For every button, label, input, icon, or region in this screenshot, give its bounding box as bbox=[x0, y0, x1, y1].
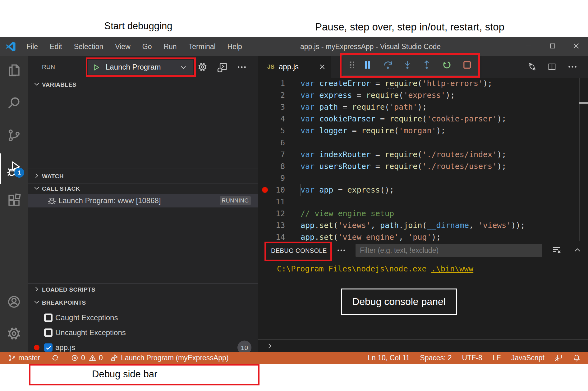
collapse-panel-icon[interactable] bbox=[573, 246, 582, 256]
debug-sidebar: RUN Launch Program VARIABLES WATCH CALL … bbox=[28, 56, 258, 352]
activity-extensions[interactable] bbox=[0, 192, 28, 211]
split-editor-icon[interactable] bbox=[548, 62, 556, 72]
status-sync[interactable] bbox=[52, 352, 59, 364]
maximize-button[interactable] bbox=[541, 37, 564, 56]
debug-count-badge: 1 bbox=[14, 168, 24, 178]
section-loaded-scripts[interactable]: LOADED SCRIPTS bbox=[28, 283, 258, 296]
code-token: __dirname bbox=[427, 221, 469, 230]
status-branch[interactable]: master bbox=[8, 352, 40, 364]
panel-more-actions-icon[interactable] bbox=[337, 246, 345, 256]
section-call-stack[interactable]: CALL STACK bbox=[28, 184, 258, 194]
code-token: ); bbox=[436, 126, 446, 135]
code-editor[interactable]: 1var createError = require('http-errors'… bbox=[258, 78, 588, 241]
code-line-5[interactable]: 5var logger = require('morgan'); bbox=[258, 125, 588, 137]
code-line-13[interactable]: 13app.set('views', path.join(__dirname, … bbox=[258, 220, 588, 231]
code-line-1[interactable]: 1var createError = require('http-errors'… bbox=[258, 78, 588, 89]
status-errors[interactable]: 0 bbox=[71, 352, 85, 364]
activity-account[interactable] bbox=[0, 293, 28, 312]
code-line-7[interactable]: 7var indexRouter = require('./routes/ind… bbox=[258, 149, 588, 161]
checkbox-unchecked[interactable] bbox=[44, 314, 53, 322]
console-text: C:\Program Files\nodejs\node.exe bbox=[277, 264, 431, 273]
code-token: app bbox=[301, 221, 315, 230]
annotation-rect-debug-console bbox=[264, 242, 332, 261]
code-line-9[interactable]: 9 bbox=[258, 172, 588, 184]
console-prompt-icon[interactable] bbox=[266, 342, 274, 351]
code-line-14[interactable]: 14app.set('view engine', 'pug'); bbox=[258, 231, 588, 241]
code-token: logger bbox=[319, 126, 347, 135]
breakpoint-row-uncaught-exceptions[interactable]: Uncaught Exceptions bbox=[28, 325, 258, 340]
section-label: CALL STACK bbox=[42, 185, 80, 192]
status-language[interactable]: JavaScript bbox=[511, 354, 544, 362]
status-warnings[interactable]: 0 bbox=[89, 352, 103, 364]
code-token: app bbox=[301, 233, 315, 241]
breakpoint-row-caught-exceptions[interactable]: Caught Exceptions bbox=[28, 311, 258, 325]
menu-selection[interactable]: Selection bbox=[68, 37, 109, 56]
section-variables[interactable]: VARIABLES bbox=[28, 78, 258, 91]
editor-more-actions-icon[interactable] bbox=[568, 62, 577, 72]
activity-source-control[interactable] bbox=[0, 127, 28, 145]
status-notifications[interactable] bbox=[573, 354, 581, 362]
status-cursor-position[interactable]: Ln 10, Col 11 bbox=[368, 354, 410, 362]
activity-run-and-debug[interactable] bbox=[0, 159, 28, 178]
breakpoint-dot[interactable] bbox=[262, 187, 268, 193]
checkbox-checked[interactable] bbox=[44, 343, 53, 352]
tab-close-icon[interactable] bbox=[319, 63, 326, 72]
activity-search[interactable] bbox=[0, 94, 28, 113]
run-panel-title: RUN bbox=[42, 56, 55, 78]
console-filter-input[interactable]: Filter (e.g. text, !exclude) bbox=[356, 244, 542, 257]
console-output-line: C:\Program Files\nodejs\node.exe .\bin\w… bbox=[277, 263, 473, 275]
status-bar-right: Ln 10, Col 11Spaces: 2UTF-8LFJavaScript bbox=[368, 352, 581, 364]
line-number: 13 bbox=[258, 220, 285, 231]
hint-dots: ··· bbox=[387, 87, 396, 90]
status-eol[interactable]: LF bbox=[493, 354, 501, 362]
code-line-4[interactable]: 4var cookieParser = require('cookie-pars… bbox=[258, 113, 588, 125]
line-number: 5 bbox=[258, 125, 285, 137]
clear-console-icon[interactable] bbox=[552, 245, 561, 256]
console-link[interactable]: .\bin\www bbox=[431, 264, 473, 273]
code-token: ); bbox=[417, 102, 427, 111]
code-line-12[interactable]: 12// view engine setup bbox=[258, 208, 588, 220]
menu-terminal[interactable]: Terminal bbox=[183, 37, 222, 56]
menu-run[interactable]: Run bbox=[158, 37, 182, 56]
code-line-6[interactable]: 6 bbox=[258, 137, 588, 149]
status-encoding[interactable]: UTF-8 bbox=[462, 354, 482, 362]
menu-view[interactable]: View bbox=[109, 37, 136, 56]
status-debug-session[interactable]: Launch Program (myExpressApp) bbox=[111, 352, 228, 364]
status-indentation[interactable]: Spaces: 2 bbox=[420, 354, 452, 362]
code-token: var bbox=[301, 162, 319, 171]
activity-settings[interactable] bbox=[0, 325, 28, 343]
code-line-11[interactable]: 11 bbox=[258, 196, 588, 208]
running-status-badge: RUNNING bbox=[220, 196, 251, 205]
git-branch-icon bbox=[8, 354, 16, 362]
open-changes-icon[interactable] bbox=[528, 62, 536, 72]
code-text: app.set('views', path.join(__dirname, 'v… bbox=[301, 220, 525, 231]
code-token: = bbox=[371, 79, 385, 88]
checkbox-unchecked[interactable] bbox=[44, 329, 53, 337]
code-line-2[interactable]: 2var express = require('express'); bbox=[258, 89, 588, 101]
tab-appjs[interactable]: JS app.js bbox=[258, 56, 331, 78]
status-label: 0 bbox=[81, 354, 85, 362]
close-button[interactable] bbox=[564, 37, 588, 56]
code-line-8[interactable]: 8var usersRouter = require('./routes/use… bbox=[258, 161, 588, 172]
section-watch[interactable]: WATCH bbox=[28, 169, 258, 184]
menu-file[interactable]: File bbox=[21, 37, 44, 56]
section-breakpoints[interactable]: BREAKPOINTS bbox=[28, 296, 258, 309]
more-actions-icon[interactable] bbox=[237, 63, 246, 73]
call-stack-session-row[interactable]: Launch Program: www [10868] RUNNING bbox=[28, 194, 258, 207]
activity-explorer[interactable] bbox=[0, 61, 28, 80]
menu-go[interactable]: Go bbox=[136, 37, 158, 56]
line-number: 9 bbox=[258, 172, 285, 184]
status-feedback[interactable] bbox=[555, 354, 563, 362]
code-line-3[interactable]: 3var path = require('path'); bbox=[258, 101, 588, 113]
code-line-10[interactable]: 10var app = express(); bbox=[258, 184, 588, 196]
error-icon bbox=[71, 354, 79, 362]
chevron-down-icon bbox=[33, 298, 40, 307]
menu-help[interactable]: Help bbox=[222, 37, 248, 56]
editor-scrollbar[interactable] bbox=[579, 78, 588, 241]
code-token: require bbox=[389, 114, 422, 123]
minimize-button[interactable] bbox=[517, 37, 541, 56]
configure-gear-icon[interactable] bbox=[198, 62, 207, 73]
code-token: = bbox=[338, 102, 352, 111]
menu-edit[interactable]: Edit bbox=[44, 37, 68, 56]
debug-console-icon[interactable] bbox=[217, 62, 227, 74]
